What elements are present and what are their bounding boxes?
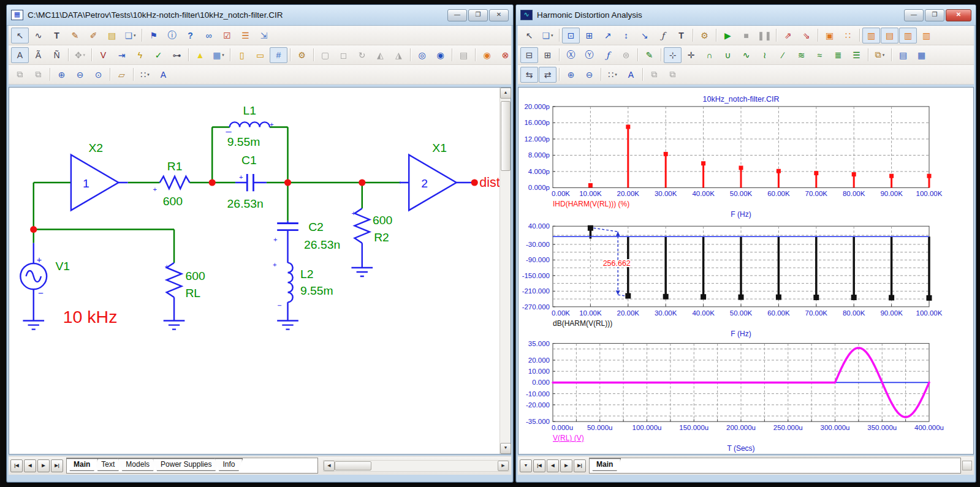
zoom-100-button[interactable]: ⊙ bbox=[89, 67, 107, 83]
shapes-tool-button[interactable]: ❏▾ bbox=[539, 28, 556, 43]
plot-dropdown-button[interactable]: ▼ bbox=[520, 459, 532, 472]
current-arrows-button[interactable]: ⇥ bbox=[113, 47, 131, 63]
zoom-in-button[interactable]: ⊕ bbox=[562, 67, 580, 83]
go-top-button[interactable]: ≣ bbox=[829, 47, 847, 63]
go-inflection-button[interactable]: ∕ bbox=[774, 47, 792, 63]
checklist-tool-button[interactable]: ☑ bbox=[218, 28, 236, 43]
horizontal-tag-button[interactable]: ↘ bbox=[636, 28, 653, 43]
title-block-display-button[interactable]: ▭ bbox=[251, 47, 269, 63]
tab-models[interactable]: Models bbox=[118, 458, 158, 471]
copy-plot-button[interactable]: ⧉ bbox=[645, 67, 663, 83]
data-points-button[interactable]: ⇗ bbox=[779, 28, 797, 43]
clipboard-button[interactable]: ⧉▾ bbox=[871, 47, 889, 63]
series-label[interactable]: IHD(HARM(V(RL))) (%) bbox=[553, 200, 629, 208]
schematic-label[interactable]: dist bbox=[479, 175, 499, 190]
maximize-button[interactable]: ❐ bbox=[925, 9, 944, 21]
help-tool-button[interactable]: ? bbox=[181, 28, 199, 43]
schematic-label[interactable]: X2 bbox=[88, 142, 103, 154]
tokens-button[interactable]: ⇘ bbox=[797, 28, 815, 43]
rotate-button[interactable]: ↻ bbox=[353, 47, 371, 63]
series-label[interactable]: dB(HARM(V(RL))) bbox=[553, 319, 612, 328]
next-data-point-button[interactable]: ⊹ bbox=[664, 47, 682, 63]
analysis-titlebar[interactable]: ∿ Harmonic Distortion Analysis — ❐ ✕ bbox=[516, 5, 976, 26]
go-valley-button[interactable]: ∪ bbox=[719, 47, 737, 63]
schematic-label[interactable]: L1 bbox=[243, 104, 257, 117]
tab-nav-3[interactable]: ▶| bbox=[574, 459, 586, 472]
resize-grip[interactable] bbox=[962, 461, 972, 470]
tab-power-supplies[interactable]: Power Supplies bbox=[153, 458, 219, 471]
properties-button[interactable]: ⚙ bbox=[696, 28, 713, 43]
schematic-label[interactable]: L2 bbox=[300, 268, 314, 281]
cross-hair-mode-button[interactable]: # bbox=[270, 47, 287, 63]
ruler-button[interactable]: ▣ bbox=[821, 28, 838, 43]
text-mode-button[interactable]: T bbox=[672, 28, 690, 43]
vertical-scrollbar-thumb[interactable] bbox=[501, 101, 511, 171]
scroll-down-button[interactable]: ▼ bbox=[500, 443, 511, 454]
close-button[interactable]: ✕ bbox=[946, 9, 971, 21]
schematic-label[interactable]: 1 bbox=[83, 177, 89, 190]
schematic-label[interactable]: + bbox=[351, 210, 355, 217]
attribute-text-display-button[interactable]: A bbox=[11, 47, 29, 63]
properties-button[interactable]: ⚙ bbox=[293, 47, 311, 63]
help-bar-button[interactable]: ◉ bbox=[478, 47, 496, 63]
schematic-label[interactable]: + bbox=[270, 121, 274, 128]
panel-plot-3-button[interactable]: ▥ bbox=[899, 28, 917, 43]
run-button[interactable]: ▶ bbox=[719, 28, 737, 43]
series-label[interactable]: V(RL) (V) bbox=[553, 434, 584, 442]
tab-nav-0[interactable]: |◀ bbox=[533, 459, 545, 472]
schematic-label[interactable]: R2 bbox=[374, 231, 389, 244]
horizontal-scrollbar-thumb[interactable] bbox=[335, 461, 371, 470]
copy-to-clipboard-button[interactable]: ⧉ bbox=[11, 67, 29, 83]
font-button[interactable]: A bbox=[622, 67, 640, 83]
schematic-label[interactable]: + bbox=[273, 261, 277, 268]
scroll-left-button[interactable]: ◀ bbox=[324, 461, 335, 471]
minimize-button[interactable]: — bbox=[904, 9, 924, 21]
schematic-label[interactable]: 600 bbox=[163, 195, 183, 208]
text-mode-button[interactable]: T bbox=[48, 28, 66, 43]
tab-text[interactable]: Text bbox=[93, 458, 123, 471]
node-numbers-display-button[interactable]: Ñ bbox=[48, 47, 66, 63]
schematic-label[interactable]: R1 bbox=[167, 160, 183, 173]
schematic-label[interactable]: − bbox=[38, 288, 44, 298]
copy-page-button[interactable]: ⧉ bbox=[664, 67, 682, 83]
grid-snap-button[interactable]: ∷▾ bbox=[136, 67, 154, 83]
fx-settings-button[interactable]: ƒ bbox=[599, 47, 617, 63]
select-tool-button[interactable]: ↖ bbox=[11, 28, 29, 43]
page-image-button[interactable]: ▱ bbox=[113, 67, 131, 83]
tab-nav-1[interactable]: ◀ bbox=[547, 459, 559, 472]
schematic-label[interactable]: − bbox=[277, 301, 281, 310]
font-button[interactable]: A bbox=[154, 67, 172, 83]
pan-mode-button[interactable]: ◻ bbox=[335, 47, 352, 63]
warnings-display-button[interactable]: ▲ bbox=[191, 47, 209, 63]
add-grid-text-button[interactable]: ⊞ bbox=[539, 47, 556, 63]
flip-y-button[interactable]: ◭ bbox=[371, 47, 389, 63]
schematic-canvas[interactable]: X21R1600L19.55mC126.53nX12distC226.53n60… bbox=[9, 87, 511, 455]
go-global-low-button[interactable]: ≈ bbox=[811, 47, 829, 63]
tab-main[interactable]: Main bbox=[589, 458, 621, 471]
panel-plot-4-button[interactable]: ▥ bbox=[917, 28, 935, 43]
tab-nav-2[interactable]: ▶ bbox=[560, 459, 572, 472]
flip-x-button[interactable]: ◮ bbox=[390, 47, 408, 63]
schematic-label[interactable]: 10 kHz bbox=[63, 307, 118, 327]
shapes-tool-button[interactable]: ❏▾ bbox=[121, 28, 139, 43]
line-mode-button[interactable]: ✎ bbox=[66, 28, 84, 43]
condition-display-button[interactable]: ✓ bbox=[150, 47, 167, 63]
go-global-high-button[interactable]: ≋ bbox=[792, 47, 810, 63]
wire-mode-button[interactable]: ∿ bbox=[29, 28, 47, 43]
go-peak-button[interactable]: ∩ bbox=[701, 47, 718, 63]
select-tool-button[interactable]: ↖ bbox=[520, 28, 538, 43]
close-bar-button[interactable]: ⊗ bbox=[496, 47, 514, 63]
schematic-label[interactable]: 26.53n bbox=[304, 238, 340, 251]
formula-text-button[interactable]: ƒ bbox=[654, 28, 672, 43]
schematic-label[interactable]: V1 bbox=[55, 260, 70, 273]
zoom-out-button[interactable]: ⊖ bbox=[71, 67, 89, 83]
stop-button[interactable]: ■ bbox=[737, 28, 755, 43]
schematic-label[interactable]: X1 bbox=[432, 142, 447, 154]
go-bottom-button[interactable]: ☰ bbox=[848, 47, 865, 63]
find-waveform-button[interactable]: ◎ bbox=[413, 47, 431, 63]
schematic-titlebar[interactable]: ▦ C:\MC11\DATA\Petrov\Tests\10kHz-notch-… bbox=[7, 5, 513, 26]
power-display-button[interactable]: ϟ bbox=[131, 47, 149, 63]
zoom-out-button[interactable]: ⊖ bbox=[580, 67, 598, 83]
text-output-button[interactable]: ▤ bbox=[894, 47, 912, 63]
tab-nav-0[interactable]: |◀ bbox=[10, 459, 23, 472]
